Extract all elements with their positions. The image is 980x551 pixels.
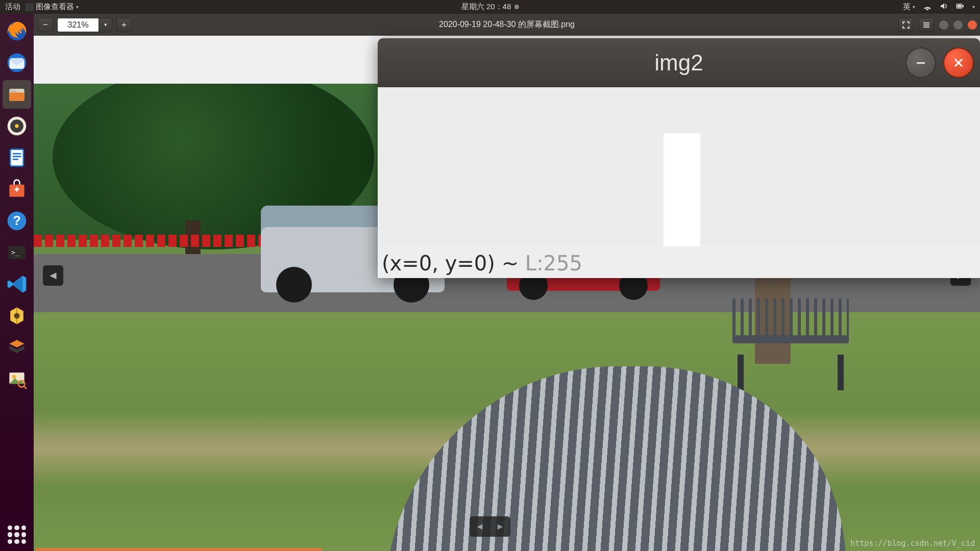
dock-vscode[interactable]: [3, 270, 31, 298]
window-close-button[interactable]: [968, 20, 977, 30]
svg-rect-7: [10, 90, 16, 93]
svg-rect-15: [13, 159, 18, 160]
volume-icon[interactable]: [940, 2, 948, 12]
chevron-down-icon: ▾: [76, 4, 79, 10]
minimize-icon: [914, 56, 927, 69]
svg-rect-25: [917, 62, 925, 64]
dock-software[interactable]: [3, 175, 31, 204]
svg-rect-6: [9, 92, 24, 101]
opencv-status-bar: (x=0, y=0) ~ L:255: [382, 252, 582, 275]
opencv-status-coords: (x=0, y=0) ~: [382, 252, 525, 275]
svg-rect-2: [958, 5, 962, 8]
clock[interactable]: 星期六 20：48: [461, 2, 519, 12]
nav-prev-icon: ◄: [475, 521, 484, 532]
dock-terminal[interactable]: >_: [3, 238, 31, 267]
opencv-minimize-button[interactable]: [906, 48, 935, 77]
opencv-image-content: [664, 133, 700, 246]
dock-files[interactable]: [3, 80, 31, 109]
app-menu-label: 图像查看器: [36, 2, 74, 12]
gnome-top-bar: 活动 图像查看器 ▾ 星期六 20：48 英 ▾ ▾: [0, 0, 980, 14]
svg-point-23: [12, 375, 16, 379]
horizontal-scroll-indicator[interactable]: [36, 548, 322, 551]
recording-indicator-icon: [514, 5, 519, 9]
opencv-titlebar[interactable]: img2: [378, 38, 980, 87]
dock-app-generic-1[interactable]: [3, 302, 31, 330]
chevron-down-icon: ▾: [913, 4, 915, 10]
system-menu-chevron-icon[interactable]: ▾: [972, 4, 975, 10]
dock-thunderbird[interactable]: [3, 48, 31, 77]
app-menu[interactable]: 图像查看器 ▾: [26, 2, 79, 12]
dock-help[interactable]: ?: [3, 207, 31, 235]
opencv-close-button[interactable]: [944, 48, 973, 77]
zoom-dropdown-button[interactable]: ▾: [99, 18, 112, 32]
ubuntu-dock: ? >_: [0, 14, 34, 551]
battery-icon[interactable]: [956, 2, 964, 12]
bottom-nav-overlay[interactable]: ◄ ►: [470, 516, 510, 537]
app-menu-icon: [26, 3, 34, 11]
image-viewer-toolbar: − 321% ▾ + 2020-09-19 20-48-30 的屏幕截图.png: [34, 14, 980, 36]
window-minimize-button[interactable]: [939, 20, 948, 30]
fullscreen-icon: [902, 21, 910, 29]
zoom-in-button[interactable]: +: [116, 18, 132, 32]
svg-text:>_: >_: [11, 248, 19, 256]
prev-image-button[interactable]: ◄: [43, 265, 63, 286]
window-maximize-button[interactable]: [953, 20, 963, 30]
activities-button[interactable]: 活动: [5, 2, 20, 12]
input-method-indicator[interactable]: 英 ▾: [903, 2, 915, 12]
dock-image-viewer[interactable]: [3, 365, 31, 393]
opencv-status-pixel-value: L:255: [525, 252, 582, 275]
svg-rect-13: [13, 153, 21, 155]
zoom-out-button[interactable]: −: [38, 18, 53, 32]
network-icon[interactable]: [923, 2, 932, 12]
image-viewer-title: 2020-09-19 20-48-30 的屏幕截图.png: [439, 19, 575, 30]
svg-rect-11: [10, 149, 23, 166]
dock-writer[interactable]: [3, 143, 31, 172]
zoom-level-field[interactable]: 321%: [57, 18, 99, 32]
opencv-window-title: img2: [654, 50, 703, 76]
opencv-window[interactable]: img2 (x=0, y=0) ~ L:255: [378, 38, 980, 278]
fullscreen-button[interactable]: [898, 18, 914, 32]
ime-label: 英: [903, 2, 911, 12]
opencv-image-canvas[interactable]: [378, 87, 980, 245]
clock-label: 星期六 20：48: [461, 2, 511, 12]
svg-text:?: ?: [13, 213, 21, 228]
hamburger-icon: [922, 21, 930, 29]
close-icon: [952, 56, 965, 69]
dock-firefox[interactable]: [3, 17, 31, 45]
svg-rect-14: [13, 156, 21, 157]
svg-point-21: [14, 313, 20, 319]
watermark-text: https://blog.csdn.net/V_cid: [850, 539, 975, 548]
svg-point-10: [15, 124, 18, 128]
show-applications-button[interactable]: [0, 525, 34, 544]
dock-app-generic-2[interactable]: [3, 333, 31, 362]
hamburger-menu-button[interactable]: [919, 18, 934, 32]
dock-rhythmbox[interactable]: [3, 112, 31, 140]
svg-rect-1: [963, 5, 964, 7]
nav-next-icon: ►: [496, 521, 505, 532]
apps-grid-icon: [8, 525, 26, 544]
